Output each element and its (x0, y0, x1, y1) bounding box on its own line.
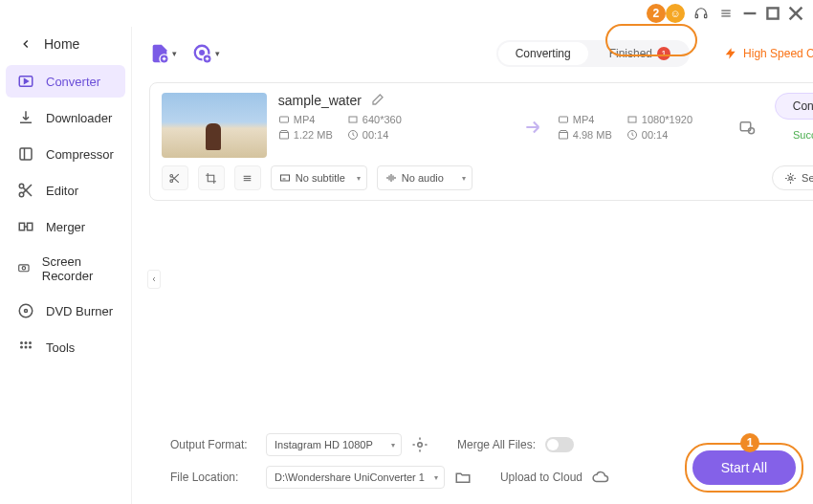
svg-point-28 (29, 346, 32, 349)
grid-icon (17, 339, 34, 356)
sidebar-item-merger[interactable]: Merger (6, 210, 125, 243)
finished-badge: 1 (657, 47, 670, 60)
file-name: sample_water (278, 93, 362, 108)
svg-point-22 (25, 310, 28, 313)
sidebar-item-dvdburner[interactable]: DVD Burner (6, 295, 125, 327)
svg-point-42 (170, 179, 173, 182)
audio-select[interactable]: No audio▾ (377, 165, 472, 190)
svg-point-20 (22, 267, 25, 270)
maximize-button[interactable] (765, 6, 780, 21)
file-settings-icon[interactable] (732, 119, 762, 136)
dst-format: MP4 (558, 114, 626, 125)
merge-icon (17, 218, 34, 235)
more-button[interactable] (234, 165, 261, 190)
add-disc-button[interactable]: ▾ (192, 43, 220, 64)
svg-point-24 (25, 341, 28, 344)
dst-resolution: 1080*1920 (626, 114, 732, 125)
sidebar-item-converter[interactable]: Converter (6, 65, 125, 98)
dst-size: 4.98 MB (558, 129, 626, 141)
high-speed-conversion[interactable]: High Speed Conversion (724, 47, 813, 60)
minimize-button[interactable] (742, 6, 758, 21)
edit-icon[interactable] (369, 93, 385, 108)
svg-rect-48 (280, 175, 289, 181)
callout-number-2: 2 (647, 4, 666, 23)
arrow-icon (512, 115, 558, 140)
close-button[interactable] (788, 6, 803, 21)
svg-point-41 (170, 174, 173, 177)
upload-label: Upload to Cloud (500, 471, 582, 484)
crop-button[interactable] (198, 165, 225, 190)
folder-icon[interactable] (454, 469, 472, 486)
svg-rect-36 (628, 117, 636, 122)
convert-button[interactable]: Convert (775, 93, 813, 120)
sidebar-item-recorder[interactable]: Screen Recorder (6, 247, 125, 291)
svg-rect-6 (767, 8, 778, 18)
src-size: 1.22 MB (278, 129, 347, 141)
add-file-button[interactable]: ▾ (149, 43, 177, 64)
sidebar-item-label: Screen Recorder (42, 254, 114, 283)
format-settings-icon[interactable] (411, 436, 428, 453)
sidebar-item-compressor[interactable]: Compressor (6, 138, 125, 170)
download-icon (17, 109, 34, 126)
start-all-button[interactable]: Start All (692, 450, 796, 485)
settings-button[interactable]: Settings (772, 165, 813, 190)
merge-toggle[interactable] (545, 437, 574, 452)
svg-point-13 (19, 192, 24, 197)
svg-marker-10 (25, 79, 29, 84)
file-card: sample_water MP4 640*360 MP4 1080*1920 1… (149, 82, 813, 201)
trim-button[interactable] (162, 165, 188, 190)
sidebar-item-label: Converter (46, 75, 100, 89)
svg-point-12 (19, 184, 24, 188)
svg-rect-11 (20, 148, 32, 160)
sidebar-item-label: Merger (46, 220, 85, 234)
src-duration: 00:14 (347, 129, 433, 141)
svg-rect-19 (19, 265, 29, 272)
sidebar-item-label: Downloader (46, 111, 112, 125)
output-format-select[interactable]: Instagram HD 1080P▾ (266, 433, 402, 456)
video-thumbnail[interactable] (162, 93, 267, 158)
sidebar: Home Converter Downloader Compressor Edi… (0, 27, 132, 504)
tab-finished[interactable]: Finished1 (592, 42, 688, 65)
compressor-icon (17, 145, 34, 163)
sidebar-item-tools[interactable]: Tools (6, 331, 125, 363)
svg-rect-34 (349, 117, 357, 122)
subtitle-select[interactable]: No subtitle▾ (271, 165, 367, 190)
toolbar: ▾ ▾ Converting Finished1 2 High Speed Co… (149, 34, 813, 73)
svg-rect-35 (559, 117, 567, 122)
output-format-label: Output Format: (170, 438, 256, 451)
home-label: Home (44, 36, 79, 52)
sidebar-item-editor[interactable]: Editor (6, 174, 125, 207)
back-icon (19, 37, 33, 51)
file-location-label: File Location: (170, 471, 256, 484)
svg-point-51 (418, 443, 423, 448)
avatar[interactable]: ☺ (666, 4, 685, 23)
svg-point-50 (789, 176, 792, 179)
src-format: MP4 (278, 114, 347, 125)
sidebar-item-label: DVD Burner (46, 304, 113, 318)
home-row[interactable]: Home (0, 27, 131, 65)
merge-label: Merge All Files: (457, 438, 536, 451)
cloud-icon[interactable] (592, 469, 609, 486)
footer: Output Format: Instagram HD 1080P▾ Merge… (153, 422, 813, 504)
converter-icon (17, 73, 34, 90)
sidebar-item-label: Tools (46, 340, 75, 355)
sidebar-item-downloader[interactable]: Downloader (6, 101, 125, 134)
callout-number-1: 1 (740, 433, 759, 452)
svg-point-21 (19, 304, 33, 318)
tab-converting[interactable]: Converting (498, 42, 588, 65)
disc-icon (17, 302, 34, 319)
status-text: Success (793, 129, 813, 141)
file-location-select[interactable]: D:\Wondershare UniConverter 1▾ (266, 466, 445, 489)
svg-point-31 (200, 51, 204, 55)
svg-rect-0 (695, 14, 697, 18)
dst-duration: 00:14 (626, 129, 732, 141)
svg-rect-17 (28, 223, 33, 230)
svg-point-25 (29, 341, 32, 344)
sidebar-item-label: Editor (46, 184, 78, 198)
svg-point-23 (20, 341, 23, 344)
tab-switcher: Converting Finished1 (496, 40, 690, 67)
sidebar-item-label: Compressor (46, 147, 114, 162)
svg-rect-1 (705, 14, 707, 18)
hamburger-icon[interactable] (717, 5, 735, 22)
headset-icon[interactable] (692, 5, 710, 22)
